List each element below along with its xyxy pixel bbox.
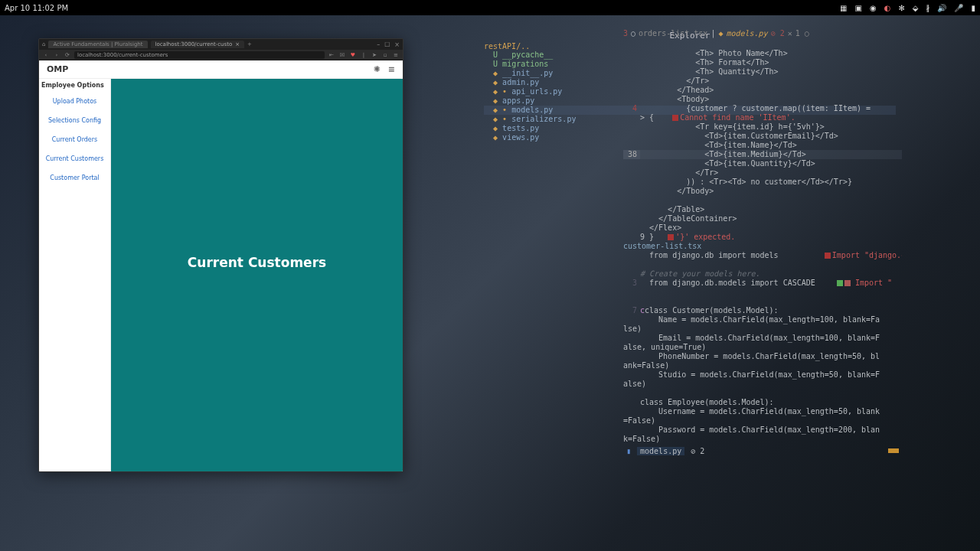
code-pane[interactable]: <Th> Photo Name</Th> <Th> Format</Th> <T…: [623, 40, 902, 456]
app-header: OMP ✺ ≡: [39, 60, 403, 79]
system-topbar: Apr 10 11:02 PM ▦ ▣ ◉ ◐ ✻ ⬙ ∦ 🔊 🎤 ▮: [0, 0, 980, 15]
theme-toggle-icon[interactable]: ✺: [374, 64, 381, 74]
scroll-indicator-icon: [888, 448, 899, 453]
hamburger-icon[interactable]: ≡: [388, 64, 395, 74]
maximize-icon[interactable]: ☐: [384, 41, 390, 48]
bookmark-icon[interactable]: ☒: [338, 52, 346, 58]
editor-tab-2[interactable]: models.py: [726, 29, 767, 37]
tab-home-icon[interactable]: ⌂: [42, 41, 45, 47]
reload-icon[interactable]: ⟳: [64, 52, 71, 58]
tray-app-icon[interactable]: ▣: [854, 4, 861, 12]
clock: Apr 10 11:02 PM: [5, 4, 68, 12]
back-icon[interactable]: ‹: [42, 52, 50, 58]
tray-mic-icon[interactable]: 🎤: [954, 4, 963, 12]
ext-arrow-icon[interactable]: ➤: [371, 52, 378, 58]
tray-settings-icon[interactable]: ✻: [898, 4, 904, 12]
ext-square-icon[interactable]: ▫: [381, 52, 389, 58]
tray-volume-icon[interactable]: 🔊: [937, 4, 946, 12]
system-tray[interactable]: ▦ ▣ ◉ ◐ ✻ ⬙ ∦ 🔊 🎤 ▮: [840, 4, 975, 12]
circle-icon: ◯: [631, 29, 635, 37]
sidebar-item-customers[interactable]: Current Customers: [39, 149, 110, 168]
browser-window: ⌂ Active Fundamentals | Pluralsight loca…: [38, 38, 403, 472]
sidebar-item-upload[interactable]: Upload Photos: [39, 92, 110, 111]
minimize-icon[interactable]: –: [377, 41, 380, 48]
app-sidebar: Employee Options Upload Photos Selection…: [39, 79, 111, 471]
browser-navbar: ‹ › ⟳ localhost:3000/current-customers ⇤…: [39, 50, 403, 60]
tray-grid-icon[interactable]: ▦: [840, 4, 847, 12]
heart-icon[interactable]: ♥: [349, 52, 357, 58]
editor-statusbar: ▮ models.py ⊘ 2: [623, 445, 902, 456]
sidebar-item-config[interactable]: Selections Config: [39, 111, 110, 130]
tray-wifi-icon[interactable]: ⬙: [913, 4, 919, 12]
window-controls: – ☐ ×: [377, 41, 400, 48]
app-main: Current Customers: [111, 79, 403, 471]
filename-divider: customer-list.tsx: [623, 242, 701, 250]
close-window-icon[interactable]: ×: [394, 41, 400, 48]
tray-firefox-icon[interactable]: ◐: [884, 4, 891, 12]
sidebar-item-portal[interactable]: Customer Portal: [39, 168, 110, 187]
close-icon[interactable]: ×: [235, 41, 240, 47]
new-tab-icon[interactable]: +: [247, 41, 252, 47]
editor-tabs: 3 ◯ orders-list.tsx | ◆ models.py ⊘ 2 ✕ …: [623, 29, 902, 37]
forward-icon[interactable]: ›: [53, 52, 60, 58]
app-title: OMP: [47, 64, 68, 74]
status-filename: models.py: [637, 447, 684, 455]
sidebar-item-orders[interactable]: Current Orders: [39, 130, 110, 149]
divider: |: [360, 52, 368, 58]
status-diagnostics: ⊘ 2: [691, 447, 704, 455]
browser-tab-2[interactable]: localhost:3000/current-custo×: [151, 41, 245, 48]
tray-bluetooth-icon[interactable]: ∦: [926, 4, 929, 12]
url-bar[interactable]: localhost:3000/current-customers: [74, 51, 325, 59]
tray-obs-icon[interactable]: ◉: [870, 4, 877, 12]
tray-battery-icon[interactable]: ▮: [971, 4, 975, 12]
browser-tabstrip: ⌂ Active Fundamentals | Pluralsight loca…: [39, 39, 403, 50]
browser-content: OMP ✺ ≡ Employee Options Upload Photos S…: [39, 60, 403, 471]
menu-icon[interactable]: ≡: [392, 52, 400, 58]
sidebar-title: Employee Options: [39, 79, 110, 92]
page-title: Current Customers: [188, 255, 326, 270]
editor-window: Explorer restAPI/.. U __pycache__ U migr…: [478, 29, 902, 456]
browser-tab-1[interactable]: Active Fundamentals | Pluralsight: [48, 41, 147, 48]
close-tab-icon[interactable]: ✕: [788, 29, 792, 37]
reader-icon[interactable]: ⇤: [328, 52, 335, 58]
editor-tab-1[interactable]: orders-list.tsx: [639, 29, 707, 37]
